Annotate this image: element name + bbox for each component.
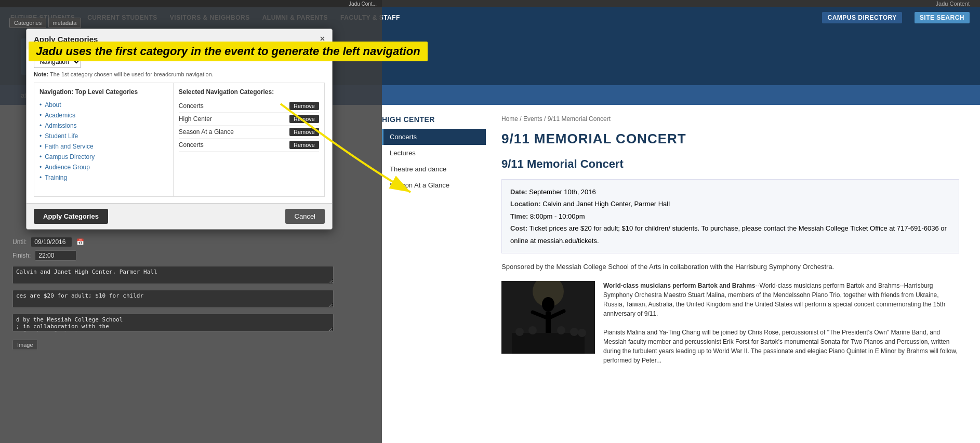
cms-body-row: d by the Messiah College School ; in col… [12,312,369,335]
site-search-btn[interactable]: Site Search [915,12,970,23]
event-location: Location: Calvin and Janet High Center, … [510,198,950,210]
cms-location-textarea[interactable]: Calvin and Janet High Center, Parmer Hal… [12,266,334,284]
left-col-heading: Navigation: Top Level Categories [39,88,168,96]
date-value: September 10th, 2016 [529,188,596,196]
cat-faith[interactable]: Faith and Service [39,141,168,152]
event-body: Sponsored by the Messiah College School … [501,262,959,273]
remove-concerts-2-btn[interactable]: Remove [289,141,319,149]
apply-categories-button[interactable]: Apply Categories [34,209,108,224]
cms-topbar: Jadu Cont... [0,0,382,7]
caption-strong: World-class musicians perform Bartok and… [603,282,756,289]
cat-audience[interactable]: Audience Group [39,162,168,172]
selected-cat-label-2: Season At a Glance [179,128,234,136]
cms-calendar-icon[interactable]: 📅 [76,238,84,246]
selected-cat-high-center: High Center Remove [179,113,319,126]
annotation-text: Jadu uses the first category in the even… [36,45,420,58]
modal-note: Note: The 1st category chosen will be us… [34,71,325,77]
cms-finish-label: Finish: [12,252,31,259]
selected-cat-concerts-1: Concerts Remove [179,100,319,113]
sidebar-item-lectures[interactable]: Lectures [382,145,486,161]
cat-student-life[interactable]: Student Life [39,131,168,141]
svg-point-3 [542,297,554,312]
cms-cost-textarea[interactable]: ces are $20 for adult; $10 for childr [12,290,334,308]
time-label: Time: [510,212,528,220]
location-value: Calvin and Janet High Center, Parmer Hal… [542,200,670,208]
cost-value: Ticket prices are $20 for adult; $10 for… [510,224,947,244]
event-date: Date: September 10th, 2016 [510,186,950,198]
cost-label: Cost: [510,224,527,232]
cat-campus-dir[interactable]: Campus Directory [39,152,168,162]
svg-point-14 [570,328,578,336]
sidebar-item-theatre[interactable]: Theatre and dance [382,161,486,177]
event-media: World-class musicians perform Bartok and… [501,281,959,365]
sidebar-item-concerts[interactable]: Concerts [382,129,486,145]
cat-about[interactable]: About [39,100,168,110]
svg-point-11 [528,326,537,334]
modal-left-column: Navigation: Top Level Categories About A… [34,83,174,196]
note-label: Note: [34,71,48,77]
cms-finish-input[interactable] [35,250,76,261]
annotation-banner: Jadu uses the first category in the even… [29,42,428,61]
selected-cat-label-1: High Center [179,115,212,123]
sidebar-item-season[interactable]: Season At a Glance [382,177,486,193]
cancel-button[interactable]: Cancel [285,209,325,224]
cms-date-label: Until: [12,238,27,246]
breadcrumb: Home / Events / 9/11 Memorial Concert [501,115,959,123]
svg-rect-9 [512,333,585,354]
cms-form-area: Until: 📅 Finish: Calvin and Janet High C… [5,232,377,356]
cms-topbar-text: Jadu Cont... [349,1,377,7]
cms-date-row: Until: 📅 [12,237,369,247]
cms-categories-btn[interactable]: Categories [9,18,46,28]
svg-point-15 [578,329,586,337]
cms-body-textarea[interactable]: d by the Messiah College School ; in col… [12,314,334,332]
left-sidebar: HIGH CENTER Concerts Lectures Theatre an… [382,115,486,365]
article-title: 9/11 Memorial Concert [501,157,959,171]
concert-image [501,281,595,354]
modal-columns: Navigation: Top Level Categories About A… [34,83,325,197]
event-meta: Date: September 10th, 2016 Location: Cal… [501,179,959,253]
campus-directory-btn[interactable]: Campus Directory [822,12,902,23]
svg-point-10 [515,328,524,336]
body-text-2: Pianists Malina and Ya-Ting Chang will b… [603,328,959,365]
remove-high-center-btn[interactable]: Remove [289,115,319,123]
page-title: 9/11 MEMORIAL CONCERT [501,131,959,147]
cms-image-btn[interactable]: Image [12,340,38,350]
modal-right-column: Selected Navigation Categories: Concerts… [174,83,324,196]
svg-point-13 [557,326,565,334]
cat-training[interactable]: Training [39,172,168,183]
event-cost: Cost: Ticket prices are $20 for adult; $… [510,222,950,247]
modal-body: Navigation Note: The 1st category chosen… [27,49,332,203]
selected-cat-label-3: Concerts [179,141,204,149]
cms-cost-row: ces are $20 for adult; $10 for childr [12,288,369,312]
modal-footer: Apply Categories Cancel [27,203,332,229]
right-col-heading: Selected Navigation Categories: [179,88,319,96]
remove-season-btn[interactable]: Remove [289,128,319,136]
top-strip-text: Jadu Content [936,1,970,7]
main-content: Home / Events / 9/11 Memorial Concert 9/… [501,115,959,365]
date-label: Date: [510,188,527,196]
cms-date-input[interactable] [31,237,72,247]
selected-cat-concerts-2: Concerts Remove [179,139,319,152]
cat-admissions[interactable]: Admissions [39,120,168,131]
cat-academics[interactable]: Academics [39,110,168,120]
cms-location-row: Calvin and Janet High Center, Parmer Hal… [12,264,369,288]
time-value: 8:00pm - 10:00pm [530,212,585,220]
selected-cat-label-0: Concerts [179,102,204,110]
note-text: The 1st category chosen will be used for… [50,71,214,77]
event-time: Time: 8:00pm - 10:00pm [510,210,950,222]
remove-concerts-1-btn[interactable]: Remove [289,102,319,110]
cms-finish-row: Finish: [12,250,369,261]
event-description: World-class musicians perform Bartok and… [603,281,959,365]
location-label: Location: [510,200,541,208]
selected-cat-season: Season At a Glance Remove [179,126,319,139]
cms-metadata-btn[interactable]: metadata [48,18,82,28]
sidebar-title: HIGH CENTER [382,115,486,124]
